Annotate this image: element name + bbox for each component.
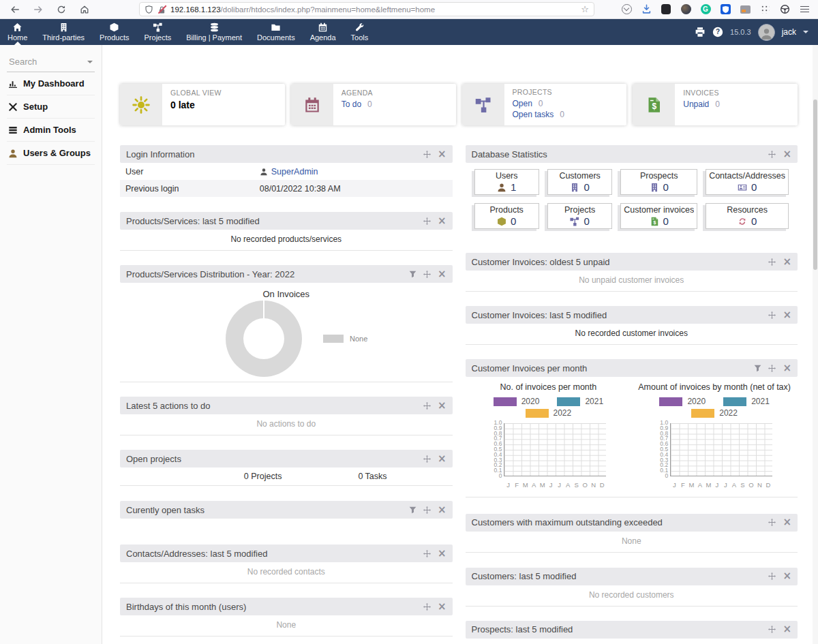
bookmark-star-icon[interactable]: ☆ [581,5,589,14]
close-widget-icon[interactable]: × [438,216,446,226]
grammarly-icon[interactable]: G [700,4,711,15]
dbcard-customer-invoices[interactable]: Customer invoices 0 [620,203,697,229]
plot-grid [670,423,772,476]
building-icon [650,183,659,192]
widget-products-last5: Products/Services: last 5 modified × No … [120,212,453,251]
dbcard-products[interactable]: Products 0 [474,203,539,229]
statbox-agenda: AGENDA To do0 [291,84,456,125]
main-content: GLOBAL VIEW 0 late AGENDA To do0 PROJECT… [120,45,798,644]
widget-open-projects: Open projects × 0 Projects 0 Tasks [120,450,453,486]
move-widget-icon[interactable] [768,626,776,633]
filter-icon[interactable] [754,365,761,372]
move-widget-icon[interactable] [423,455,431,463]
close-widget-icon[interactable]: × [783,310,791,320]
move-widget-icon[interactable] [768,258,776,266]
version-label: 15.0.3 [730,28,751,36]
close-widget-icon[interactable]: × [438,505,446,515]
browser-back-button[interactable] [10,4,20,15]
dbcard-prospects[interactable]: Prospects 0 [620,169,697,195]
sidebar-item-setup[interactable]: Setup [7,95,95,119]
sidebar-item-my-dashboard[interactable]: My Dashboard [7,72,95,95]
move-widget-icon[interactable] [768,151,776,158]
insecure-lock-icon[interactable] [157,5,166,14]
sitemap-icon [475,97,491,113]
driver-icon[interactable] [779,4,790,15]
filter-icon[interactable] [409,506,416,514]
help-icon[interactable] [712,27,723,37]
account-avatar-icon[interactable] [680,4,691,15]
move-widget-icon[interactable] [423,603,431,611]
widget-latest-actions: Latest 5 actions to do × No actions to d… [120,397,453,435]
menu-projects[interactable]: Projects [137,19,179,45]
print-icon[interactable] [695,27,706,37]
search-dropdown-caret-icon[interactable] [87,61,93,63]
dbcard-contacts[interactable]: Contacts/Addresses 0 [706,169,789,195]
close-widget-icon[interactable]: × [783,363,791,373]
menu-third-parties[interactable]: Third-parties [35,19,92,45]
projects-open-link[interactable]: Open [513,99,532,108]
invoice-icon [646,97,662,113]
empty-message: No recorded contacts [120,562,453,583]
dbcard-customers[interactable]: Customers 0 [547,169,612,195]
move-widget-icon[interactable] [423,151,431,158]
sidebar-item-admin-tools[interactable]: Admin Tools [7,119,95,142]
browser-reload-button[interactable] [56,4,67,15]
menu-billing-payment[interactable]: Billing | Payment [179,19,249,45]
left-sidebar: Search My Dashboard Setup Admin Tools Us… [0,45,102,644]
search-input[interactable]: Search [7,53,95,72]
close-widget-icon[interactable]: × [783,257,791,267]
move-widget-icon[interactable] [768,365,776,372]
close-widget-icon[interactable]: × [783,571,791,581]
extension-epic-icon[interactable] [661,4,671,15]
close-widget-icon[interactable]: × [783,624,791,634]
invoices-unpaid-link[interactable]: Unpaid [683,99,709,109]
menu-tools[interactable]: Tools [344,19,376,45]
move-widget-icon[interactable] [423,550,431,557]
close-widget-icon[interactable]: × [438,149,446,159]
menu-products[interactable]: Products [92,19,136,45]
close-widget-icon[interactable]: × [783,517,791,527]
browser-forward-button[interactable] [33,4,44,15]
dbcard-resources[interactable]: Resources 0 [706,203,789,229]
close-widget-icon[interactable]: × [438,454,446,464]
screenshot-tool-icon[interactable] [740,4,751,15]
user-avatar[interactable] [758,24,775,41]
menu-home[interactable]: Home [0,19,35,45]
menu-agenda[interactable]: Agenda [303,19,344,45]
dashboard-chart-icon [8,79,18,89]
close-widget-icon[interactable]: × [438,401,446,411]
menu-documents[interactable]: Documents [249,19,303,45]
close-widget-icon[interactable]: × [438,602,446,612]
dbcard-users[interactable]: Users 1 [474,169,539,195]
close-widget-icon[interactable]: × [438,269,446,279]
url-bar[interactable]: 192.168.1.123/dolibarr/htdocs/index.php?… [139,2,594,16]
shield-icon[interactable] [145,5,153,14]
move-widget-icon[interactable] [768,311,776,319]
agenda-todo-link[interactable]: To do [342,99,361,109]
scrollbar-thumb[interactable] [813,99,817,270]
move-widget-icon[interactable] [768,572,776,580]
browser-home-button[interactable] [79,4,90,15]
widget-customers-last5: Customers: last 5 modified × No recorded… [466,568,798,607]
downloads-icon[interactable] [641,4,652,15]
close-widget-icon[interactable]: × [783,149,791,159]
building-icon [570,183,579,192]
legend-swatch-2020 [494,397,517,406]
move-widget-icon[interactable] [423,271,431,278]
sidebar-item-users-groups[interactable]: Users & Groups [7,142,95,165]
move-widget-icon[interactable] [423,402,431,410]
bitwarden-icon[interactable] [720,4,731,15]
move-widget-icon[interactable] [768,519,776,526]
projects-open-tasks-link[interactable]: Open tasks [513,110,554,119]
username-label[interactable]: jack [782,27,796,37]
dbcard-projects[interactable]: Projects 0 [547,203,612,229]
filter-icon[interactable] [409,271,416,278]
move-widget-icon[interactable] [423,217,431,225]
move-widget-icon[interactable] [423,506,431,514]
menu-hamburger-icon[interactable] [799,4,810,15]
chevron-down-icon[interactable] [803,31,808,33]
pocket-icon[interactable] [621,4,632,15]
superadmin-link[interactable]: SuperAdmin [271,167,318,177]
apps-grid-icon[interactable] [759,4,770,15]
close-widget-icon[interactable]: × [438,549,446,559]
